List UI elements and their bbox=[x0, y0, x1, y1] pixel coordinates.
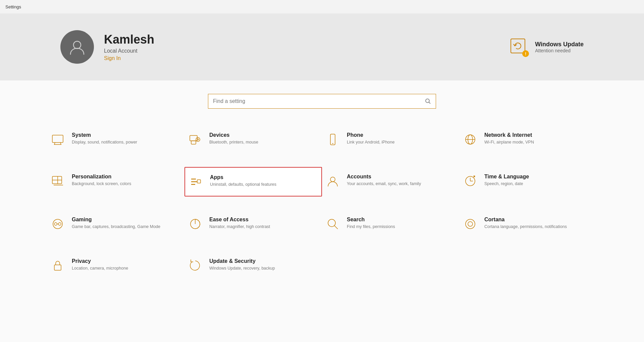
setting-item-ease[interactable]: Ease of Access Narrator, magnifier, high… bbox=[184, 210, 322, 238]
apps-text: Apps Uninstall, defaults, optional featu… bbox=[210, 174, 276, 188]
cortana-desc: Cortana language, permissions, notificat… bbox=[484, 224, 567, 230]
setting-item-gaming[interactable]: Gaming Game bar, captures, broadcasting,… bbox=[47, 210, 184, 238]
svg-rect-37 bbox=[54, 265, 61, 270]
setting-item-time[interactable]: Time & Language Speech, region, date bbox=[460, 167, 597, 196]
svg-line-5 bbox=[54, 142, 55, 145]
phone-desc: Link your Android, iPhone bbox=[347, 139, 394, 146]
search-input[interactable] bbox=[213, 98, 425, 104]
user-avatar-icon bbox=[68, 38, 87, 56]
apps-icon bbox=[189, 174, 203, 189]
svg-point-33 bbox=[328, 219, 335, 227]
update-text: Windows Update Attention needed bbox=[535, 41, 584, 53]
svg-point-23 bbox=[330, 177, 335, 182]
gaming-title: Gaming bbox=[72, 217, 160, 223]
update-desc: Windows Update, recovery, backup bbox=[209, 266, 275, 272]
update-subtitle: Attention needed bbox=[535, 48, 584, 53]
apps-title: Apps bbox=[210, 174, 276, 180]
svg-point-28 bbox=[54, 223, 57, 225]
apps-desc: Uninstall, defaults, optional features bbox=[210, 182, 276, 188]
window-controls bbox=[592, 1, 639, 12]
network-icon bbox=[463, 132, 478, 147]
svg-rect-4 bbox=[52, 135, 63, 142]
personalization-desc: Background, lock screen, colors bbox=[72, 181, 131, 187]
setting-item-devices[interactable]: Devices Bluetooth, printers, mouse bbox=[184, 125, 322, 154]
search-icon bbox=[325, 217, 340, 231]
setting-item-search[interactable]: Search Find my files, permissions bbox=[322, 210, 460, 238]
setting-item-phone[interactable]: Phone Link your Android, iPhone bbox=[322, 125, 460, 154]
ease-title: Ease of Access bbox=[209, 217, 270, 223]
cortana-text: Cortana Cortana language, permissions, n… bbox=[484, 217, 567, 230]
update-icon-wrapper: ! bbox=[509, 37, 529, 57]
update-title: Windows Update bbox=[535, 41, 584, 48]
phone-title: Phone bbox=[347, 132, 394, 138]
maximize-button[interactable] bbox=[608, 1, 623, 12]
time-icon bbox=[463, 174, 478, 188]
setting-item-network[interactable]: Network & Internet Wi-Fi, airplane mode,… bbox=[460, 125, 597, 154]
privacy-desc: Location, camera, microphone bbox=[72, 266, 128, 272]
svg-point-2 bbox=[426, 99, 429, 103]
svg-line-3 bbox=[429, 102, 431, 104]
system-text: System Display, sound, notifications, po… bbox=[72, 132, 137, 146]
update-text: Update & Security Windows Update, recove… bbox=[209, 258, 275, 272]
header-section: Kamlesh Local Account Sign In ! Windows … bbox=[0, 13, 644, 80]
minimize-button[interactable] bbox=[592, 1, 608, 12]
svg-rect-9 bbox=[191, 141, 196, 144]
search-box[interactable] bbox=[208, 94, 436, 109]
search-text: Search Find my files, permissions bbox=[347, 217, 395, 230]
sign-in-link[interactable]: Sign In bbox=[104, 55, 154, 61]
gaming-text: Gaming Game bar, captures, broadcasting,… bbox=[72, 217, 160, 230]
update-badge: ! bbox=[522, 50, 529, 57]
svg-point-36 bbox=[468, 222, 473, 226]
setting-item-cortana[interactable]: Cortana Cortana language, permissions, n… bbox=[460, 210, 597, 238]
system-icon bbox=[50, 132, 65, 147]
setting-item-privacy[interactable]: Privacy Location, camera, microphone bbox=[47, 251, 184, 280]
devices-title: Devices bbox=[209, 132, 258, 138]
setting-item-apps[interactable]: Apps Uninstall, defaults, optional featu… bbox=[184, 167, 322, 196]
personalization-title: Personalization bbox=[72, 174, 131, 180]
ease-desc: Narrator, magnifier, high contrast bbox=[209, 224, 270, 230]
search-container bbox=[47, 94, 597, 109]
setting-item-accounts[interactable]: Accounts Your accounts, email, sync, wor… bbox=[322, 167, 460, 196]
system-title: System bbox=[72, 132, 137, 138]
svg-point-29 bbox=[58, 223, 61, 225]
personalization-text: Personalization Background, lock screen,… bbox=[72, 174, 131, 187]
update-title: Update & Security bbox=[209, 258, 275, 264]
devices-desc: Bluetooth, printers, mouse bbox=[209, 139, 258, 146]
personalization-icon bbox=[50, 174, 65, 188]
svg-line-6 bbox=[60, 142, 61, 145]
system-desc: Display, sound, notifications, power bbox=[72, 139, 137, 146]
update-icon bbox=[188, 258, 203, 273]
phone-text: Phone Link your Android, iPhone bbox=[347, 132, 394, 146]
ease-icon bbox=[188, 217, 203, 231]
user-name: Kamlesh bbox=[104, 33, 154, 47]
privacy-text: Privacy Location, camera, microphone bbox=[72, 258, 128, 272]
time-text: Time & Language Speech, region, date bbox=[484, 174, 529, 187]
search-button[interactable] bbox=[425, 98, 431, 104]
phone-icon bbox=[325, 132, 340, 147]
privacy-title: Privacy bbox=[72, 258, 128, 264]
accounts-desc: Your accounts, email, sync, work, family bbox=[347, 181, 421, 187]
gaming-desc: Game bar, captures, broadcasting, Game M… bbox=[72, 224, 160, 230]
title-bar: Settings bbox=[0, 0, 644, 13]
close-button[interactable] bbox=[623, 1, 639, 12]
cortana-title: Cortana bbox=[484, 217, 567, 223]
network-text: Network & Internet Wi-Fi, airplane mode,… bbox=[484, 132, 534, 146]
cortana-icon bbox=[463, 217, 478, 231]
network-title: Network & Internet bbox=[484, 132, 534, 138]
svg-point-10 bbox=[196, 137, 200, 141]
ease-text: Ease of Access Narrator, magnifier, high… bbox=[209, 217, 270, 230]
avatar bbox=[60, 30, 94, 64]
windows-update-box[interactable]: ! Windows Update Attention needed bbox=[509, 37, 584, 57]
user-account-type: Local Account bbox=[104, 48, 154, 54]
setting-item-personalization[interactable]: Personalization Background, lock screen,… bbox=[47, 167, 184, 196]
settings-grid: System Display, sound, notifications, po… bbox=[47, 125, 597, 280]
svg-rect-22 bbox=[197, 180, 201, 183]
search-title: Search bbox=[347, 217, 395, 223]
app-title: Settings bbox=[5, 4, 21, 9]
accounts-text: Accounts Your accounts, email, sync, wor… bbox=[347, 174, 421, 187]
svg-rect-1 bbox=[511, 39, 525, 53]
search-desc: Find my files, permissions bbox=[347, 224, 395, 230]
setting-item-system[interactable]: System Display, sound, notifications, po… bbox=[47, 125, 184, 154]
setting-item-update[interactable]: Update & Security Windows Update, recove… bbox=[184, 251, 322, 280]
svg-point-11 bbox=[197, 139, 199, 140]
